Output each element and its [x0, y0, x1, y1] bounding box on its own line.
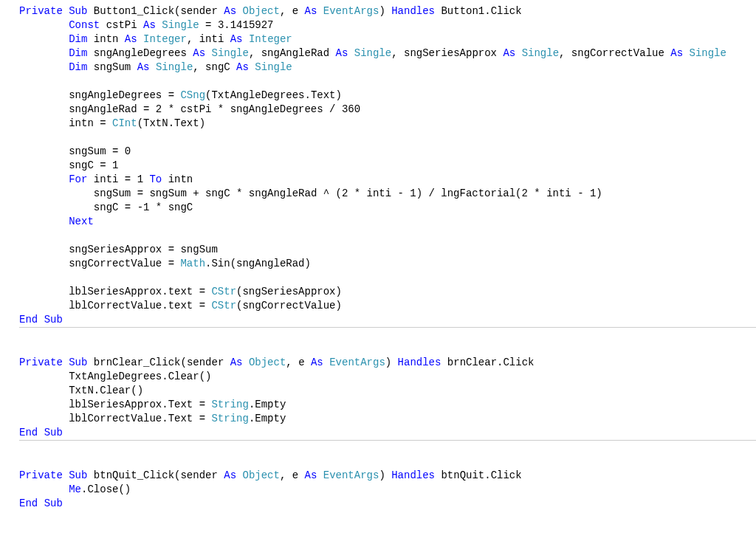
- code-line: intn = CInt(TxtN.Text): [19, 117, 756, 131]
- code-line: sngSum = sngSum + sngC * sngAngleRad ^ (…: [19, 187, 756, 201]
- code-token: Sub: [44, 497, 63, 509]
- code-token: sngSum: [87, 61, 137, 73]
- code-editor[interactable]: Private Sub Button1_Click(sender As Obje…: [0, 0, 756, 511]
- code-line: Next: [19, 215, 756, 229]
- code-token: , sngAngleRad: [249, 47, 336, 59]
- code-token: sngAngleDegrees =: [69, 89, 180, 101]
- method-block: Private Sub Button1_Click(sender As Obje…: [19, 4, 756, 327]
- code-token: .Close(): [81, 483, 131, 495]
- code-token: sender: [180, 469, 224, 481]
- code-line: TxtAngleDegrees.Clear(): [19, 370, 756, 384]
- code-token: As: [336, 47, 348, 59]
- code-line: Dim intn As Integer, inti As Integer: [19, 32, 756, 47]
- code-token: As: [236, 61, 249, 73]
- code-token: cstPi: [100, 19, 143, 31]
- code-token: , sngC: [193, 61, 236, 73]
- code-token: Single: [156, 61, 193, 73]
- code-token: Object: [249, 357, 286, 368]
- code-token: Single: [162, 19, 199, 31]
- code-token: As: [224, 5, 236, 17]
- code-token: Private: [19, 357, 63, 368]
- code-token: , sngSeriesApprox: [391, 47, 503, 59]
- code-token: sender: [187, 357, 230, 368]
- code-token: (sngSeriesApprox): [236, 286, 342, 297]
- code-token: sngC = 1: [69, 159, 118, 171]
- code-token: .Empty: [249, 399, 286, 410]
- code-line: [19, 131, 756, 145]
- code-token: .Sin(sngAngleRad): [205, 258, 311, 269]
- code-line: sngSum = 0: [19, 145, 756, 159]
- code-token: CInt: [112, 117, 137, 129]
- code-line: For inti = 1 To intn: [19, 173, 756, 187]
- code-line: sngSeriesApprox = sngSum: [19, 243, 756, 257]
- code-token: Button1_Click: [94, 5, 174, 17]
- code-token: As: [305, 5, 317, 17]
- code-token: As: [230, 357, 243, 368]
- code-line: sngAngleRad = 2 * cstPi * sngAngleDegree…: [19, 103, 756, 117]
- code-token: Me: [69, 483, 81, 495]
- code-token: Dim: [69, 33, 87, 45]
- code-token: Single: [690, 47, 726, 59]
- code-token: Single: [522, 47, 559, 59]
- code-token: e: [292, 5, 305, 17]
- code-token: Handles: [391, 5, 435, 17]
- code-token: sngAngleDegrees: [87, 47, 193, 59]
- code-line: Private Sub Button1_Click(sender As Obje…: [19, 4, 756, 18]
- code-token: [348, 47, 354, 59]
- code-token: As: [311, 357, 323, 368]
- code-line: [19, 342, 756, 356]
- code-token: TxtAngleDegrees.Clear(): [69, 371, 211, 382]
- code-line: End Sub: [19, 426, 756, 440]
- code-token: As: [137, 61, 150, 73]
- code-token: (: [180, 357, 186, 368]
- code-token: Sub: [69, 357, 87, 368]
- code-token: [137, 33, 143, 45]
- code-token: End: [19, 497, 38, 509]
- code-line: Const cstPi As Single = 3.1415927: [19, 18, 756, 32]
- code-token: As: [224, 469, 236, 481]
- method-block: Private Sub btnQuit_Click(sender As Obje…: [19, 469, 756, 511]
- code-token: CStr: [211, 286, 236, 297]
- code-token: EventArgs: [329, 357, 385, 368]
- code-token: Object: [243, 5, 280, 17]
- code-token: Single: [354, 47, 391, 59]
- code-token: Handles: [398, 357, 441, 368]
- code-line: lblCorrectValue.text = CStr(sngCorrectVa…: [19, 299, 756, 313]
- code-token: As: [503, 47, 515, 59]
- code-token: End: [19, 427, 38, 438]
- code-line: sngCorrectValue = Math.Sin(sngAngleRad): [19, 257, 756, 271]
- code-token: inti = 1: [87, 173, 149, 185]
- code-token: Integer: [143, 33, 187, 45]
- code-token: sngC = -1 * sngC: [94, 202, 193, 213]
- code-line: lblSeriesApprox.Text = String.Empty: [19, 398, 756, 412]
- code-line: lblCorrectValue.Text = String.Empty: [19, 412, 756, 426]
- code-token: lblCorrectValue.text =: [69, 300, 211, 311]
- code-token: intn: [87, 33, 124, 45]
- code-token: Const: [69, 19, 100, 31]
- code-token: e: [292, 469, 305, 481]
- code-token: lblSeriesApprox.Text =: [69, 399, 211, 410]
- code-token: As: [305, 469, 317, 481]
- code-token: As: [143, 19, 156, 31]
- code-token: EventArgs: [323, 469, 379, 481]
- code-token: ,: [280, 469, 292, 481]
- code-token: To: [149, 173, 162, 185]
- code-token: Private: [19, 5, 63, 17]
- code-token: String: [211, 399, 248, 410]
- code-line: [19, 328, 756, 342]
- code-token: brnClear.Click: [447, 357, 535, 368]
- code-token: (TxtN.Text): [137, 117, 205, 129]
- code-line: End Sub: [19, 313, 756, 327]
- code-token: Button1.Click: [441, 5, 521, 17]
- code-token: As: [670, 47, 683, 59]
- code-line: lblSeriesApprox.text = CStr(sngSeriesApp…: [19, 285, 756, 299]
- code-token: Single: [255, 61, 292, 73]
- code-line: [19, 455, 756, 469]
- code-token: TxtN.Clear(): [69, 385, 143, 396]
- code-token: [683, 47, 689, 59]
- code-token: For: [69, 173, 87, 185]
- code-token: Sub: [69, 5, 87, 17]
- code-token: brnClear_Click: [94, 357, 181, 368]
- code-token: ): [385, 357, 391, 368]
- code-token: CStr: [211, 300, 236, 311]
